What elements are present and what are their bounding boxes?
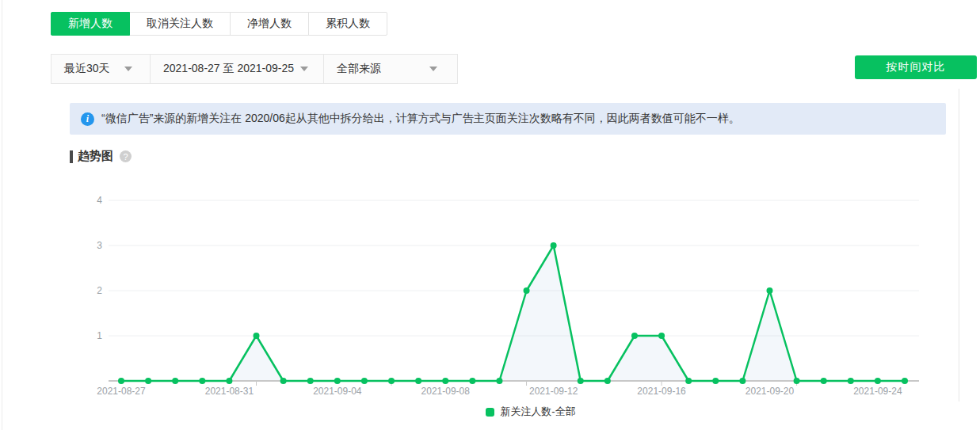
data-point — [712, 378, 719, 384]
trend-section-header: 趋势图 ? — [70, 149, 132, 164]
info-icon: i — [81, 112, 94, 126]
chevron-down-icon — [300, 67, 308, 71]
legend-marker-icon — [486, 408, 494, 417]
svg-text:2021-09-12: 2021-09-12 — [529, 386, 578, 397]
data-point — [496, 378, 502, 384]
data-point — [254, 333, 260, 339]
trend-chart: 12342021-08-272021-08-312021-09-042021-0… — [87, 190, 974, 404]
chevron-down-icon — [124, 67, 132, 71]
chart-legend: 新关注人数-全部 — [87, 405, 974, 419]
x-tick-labels: 2021-08-272021-08-312021-09-042021-09-08… — [97, 386, 902, 397]
svg-text:2021-09-24: 2021-09-24 — [853, 386, 902, 397]
data-point — [578, 378, 584, 384]
data-point — [145, 378, 151, 384]
data-point — [551, 242, 557, 249]
tab-new-followers[interactable]: 新增人数 — [51, 12, 130, 36]
data-point — [307, 378, 314, 384]
svg-text:2021-09-20: 2021-09-20 — [745, 386, 795, 397]
data-point — [631, 333, 638, 339]
svg-text:2021-09-16: 2021-09-16 — [637, 386, 686, 397]
source-select[interactable]: 全部来源 — [323, 54, 458, 84]
data-point — [415, 378, 421, 384]
chevron-down-icon — [429, 67, 437, 71]
followers-analytics-page: 新增人数 取消关注人数 净增人数 累积人数 最近30天 2021-08-27 至… — [0, 0, 980, 430]
data-point — [794, 378, 800, 384]
data-point — [821, 378, 827, 384]
info-banner: i “微信广告”来源的新增关注在 2020/06起从其他中拆分给出，计算方式与广… — [70, 103, 946, 135]
date-range-value: 2021-08-27 至 2021-09-25 — [163, 62, 294, 76]
date-range-picker[interactable]: 2021-08-27 至 2021-09-25 — [150, 54, 324, 84]
data-point — [469, 378, 475, 384]
data-point — [199, 378, 205, 384]
date-preset-value: 最近30天 — [64, 62, 110, 76]
section-accent-bar — [70, 150, 73, 163]
trend-chart-svg: 12342021-08-272021-08-312021-09-042021-0… — [87, 190, 974, 404]
data-point — [658, 333, 665, 339]
svg-text:2021-09-08: 2021-09-08 — [421, 386, 471, 397]
data-point — [875, 378, 881, 384]
source-value: 全部来源 — [337, 62, 381, 76]
data-point — [226, 378, 232, 384]
data-point — [280, 378, 287, 384]
svg-text:1: 1 — [97, 330, 102, 341]
compare-by-time-button[interactable]: 按时间对比 — [855, 55, 977, 79]
section-title: 趋势图 — [78, 149, 113, 164]
data-point — [524, 287, 530, 294]
tab-unfollowers[interactable]: 取消关注人数 — [129, 12, 231, 36]
info-banner-text: “微信广告”来源的新增关注在 2020/06起从其他中拆分给出，计算方式与广告主… — [101, 112, 740, 126]
data-point — [848, 378, 854, 384]
svg-text:4: 4 — [97, 195, 102, 206]
data-point — [604, 378, 611, 384]
data-point — [685, 378, 692, 384]
svg-text:3: 3 — [97, 240, 102, 251]
data-point — [118, 378, 124, 384]
svg-text:2021-08-27: 2021-08-27 — [97, 386, 146, 397]
tab-cumulative[interactable]: 累积人数 — [308, 12, 387, 36]
data-point — [442, 378, 448, 384]
area-fill — [121, 245, 905, 381]
legend-label: 新关注人数-全部 — [500, 405, 575, 419]
data-point — [334, 378, 341, 384]
data-point — [172, 378, 178, 384]
help-icon[interactable]: ? — [120, 150, 132, 162]
filter-bar: 最近30天 2021-08-27 至 2021-09-25 全部来源 — [51, 54, 458, 84]
data-point — [361, 378, 368, 384]
legend-item-new-followers[interactable]: 新关注人数-全部 — [486, 405, 575, 419]
y-gridlines: 1234 — [97, 195, 919, 341]
tab-net-increase[interactable]: 净增人数 — [230, 12, 309, 36]
data-point — [739, 378, 745, 384]
data-point — [902, 378, 908, 384]
metric-tab-bar: 新增人数 取消关注人数 净增人数 累积人数 — [51, 12, 387, 36]
date-preset-select[interactable]: 最近30天 — [51, 54, 151, 84]
svg-text:2021-09-04: 2021-09-04 — [313, 386, 362, 397]
data-point — [766, 287, 772, 294]
svg-text:2: 2 — [97, 285, 102, 296]
data-point — [388, 378, 395, 384]
svg-text:2021-08-31: 2021-08-31 — [205, 386, 254, 397]
page-left-divider — [2, 0, 2, 430]
